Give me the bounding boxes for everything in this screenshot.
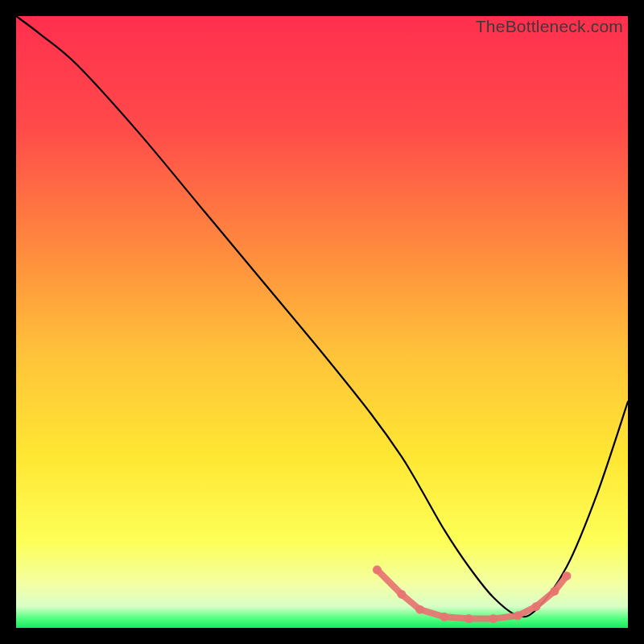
bottleneck-curve-svg: [16, 16, 628, 628]
bottleneck-curve: [16, 16, 628, 617]
optimal-range-dot: [532, 602, 541, 611]
optimal-range-dot: [514, 611, 522, 620]
optimal-range-dot: [397, 590, 406, 599]
optimal-range-dot: [440, 613, 449, 621]
optimal-range-dot: [373, 565, 382, 574]
optimal-range-dot: [563, 572, 572, 580]
optimal-range-dot: [415, 605, 424, 614]
optimal-range-overlay: [373, 565, 572, 623]
chart-frame: TheBottleneck.com: [16, 16, 628, 628]
optimal-range-dot: [464, 614, 473, 623]
optimal-range-dot: [550, 587, 559, 596]
optimal-range-dot: [489, 614, 497, 623]
